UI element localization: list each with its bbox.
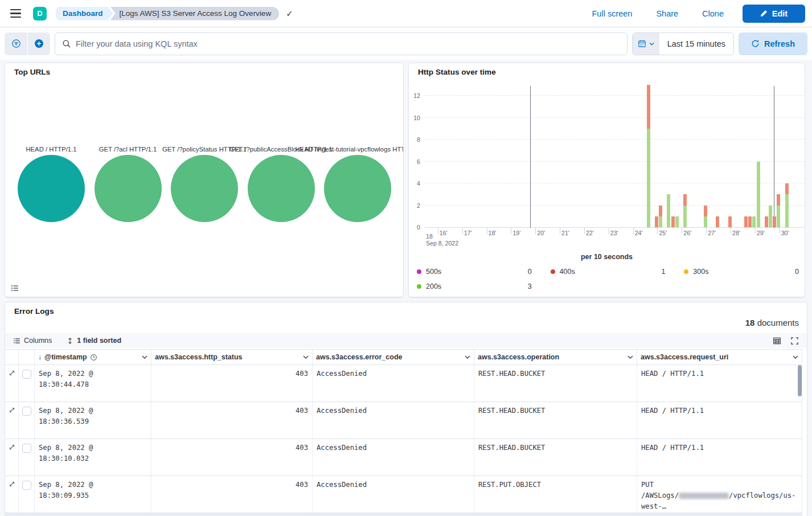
bar-400s[interactable] xyxy=(744,216,748,227)
date-picker: Last 15 minutes xyxy=(632,32,734,55)
expand-row-icon[interactable] xyxy=(9,370,15,376)
bar-400s[interactable] xyxy=(748,216,752,227)
legend-toggle-icon[interactable] xyxy=(11,284,19,292)
pie-slice[interactable] xyxy=(171,155,238,222)
bar-400s[interactable] xyxy=(655,216,658,227)
display-options-icon[interactable] xyxy=(773,337,781,345)
http-status-legend: 500s0400s1300s0200s3 xyxy=(417,264,799,294)
bar-200s[interactable] xyxy=(777,206,780,228)
x-axis-label: 26' xyxy=(683,230,691,236)
calendar-dropdown[interactable] xyxy=(633,33,659,55)
cell-operation[interactable]: REST.PUT.OBJECT xyxy=(474,476,637,513)
horizontal-scrollbar[interactable] xyxy=(5,513,802,516)
legend-item[interactable]: 300s0 xyxy=(684,264,799,279)
clone-button[interactable]: Clone xyxy=(702,9,724,18)
bar-400s[interactable] xyxy=(683,194,687,205)
breadcrumb-dashboard[interactable]: Dashboard xyxy=(56,7,113,21)
cell-operation[interactable]: REST.HEAD.BUCKET xyxy=(474,365,637,402)
bar-400s[interactable] xyxy=(704,206,707,216)
cell-request_uri[interactable]: PUT/AWSLogs//vpcflowlogs/us-west-… xyxy=(637,476,802,513)
refresh-button[interactable]: Refresh xyxy=(739,32,807,55)
cell-timestamp[interactable]: Sep 8, 2022 @ 18:30:09.935 xyxy=(35,476,151,513)
expand-row-icon[interactable] xyxy=(9,407,15,413)
vertical-scrollbar[interactable] xyxy=(798,365,802,396)
bar-200s[interactable] xyxy=(667,194,670,227)
legend-item[interactable]: 500s0 xyxy=(417,264,532,279)
expand-row-icon[interactable] xyxy=(9,481,15,488)
pie-slice[interactable] xyxy=(248,155,315,222)
legend-dot xyxy=(551,269,555,274)
bar-200s[interactable] xyxy=(785,194,789,227)
row-checkbox[interactable] xyxy=(22,444,31,453)
kql-search-input[interactable] xyxy=(76,39,620,48)
deployment-logo[interactable]: D xyxy=(33,7,47,21)
cell-request_uri[interactable]: HEAD / HTTP/1.1 xyxy=(637,365,802,402)
pie-slice[interactable] xyxy=(324,155,391,222)
pie-slice[interactable] xyxy=(95,155,162,222)
share-button[interactable]: Share xyxy=(656,9,678,18)
gridline xyxy=(425,161,805,162)
expand-row-icon[interactable] xyxy=(9,444,15,451)
row-checkbox[interactable] xyxy=(22,481,31,490)
cell-error_code[interactable]: AccessDenied xyxy=(313,476,474,513)
table-row: Sep 8, 2022 @ 18:30:09.935403AccessDenie… xyxy=(5,476,802,513)
bar-200s[interactable] xyxy=(752,216,756,227)
x-axis-tick xyxy=(755,228,756,234)
menu-icon[interactable] xyxy=(5,2,27,25)
cell-operation[interactable]: REST.HEAD.BUCKET xyxy=(474,439,637,476)
bar-400s[interactable] xyxy=(728,216,732,227)
y-axis-label: 2 xyxy=(417,202,420,209)
full-screen-button[interactable]: Full screen xyxy=(592,9,632,18)
bar-200s[interactable] xyxy=(757,162,760,228)
column-header-timestamp[interactable]: ↓@timestamp xyxy=(35,350,151,365)
legend-item[interactable]: 200s3 xyxy=(417,279,532,294)
bar-400s[interactable] xyxy=(647,85,650,129)
cell-error_code[interactable]: AccessDenied xyxy=(313,402,474,439)
bar-200s[interactable] xyxy=(659,216,662,227)
column-header-operation[interactable]: aws.s3access.operation xyxy=(474,350,637,365)
row-checkbox[interactable] xyxy=(22,370,31,379)
column-header-request_uri[interactable]: aws.s3access.request_uri xyxy=(637,350,802,365)
bar-400s[interactable] xyxy=(773,216,776,227)
legend-item[interactable]: 400s1 xyxy=(551,264,666,279)
cell-http_status[interactable]: 403 xyxy=(151,402,313,439)
filter-buttons-group xyxy=(5,32,50,55)
expand-cell xyxy=(5,365,19,402)
cell-request_uri[interactable]: HEAD / HTTP/1.1 xyxy=(637,439,802,476)
column-header-http_status[interactable]: aws.s3access.http_status xyxy=(151,350,313,365)
bar-400s[interactable] xyxy=(671,216,675,227)
sort-icon xyxy=(67,337,73,345)
sort-fields-button[interactable]: 1 field sorted xyxy=(67,337,121,345)
cell-timestamp[interactable]: Sep 8, 2022 @ 18:30:44.478 xyxy=(35,365,151,402)
cell-timestamp[interactable]: Sep 8, 2022 @ 18:30:10.032 xyxy=(35,439,151,476)
bar-200s[interactable] xyxy=(683,206,687,228)
add-filter-icon[interactable] xyxy=(27,32,50,55)
cell-operation[interactable]: REST.HEAD.BUCKET xyxy=(474,402,637,439)
bar-200s[interactable] xyxy=(704,216,707,227)
cell-http_status[interactable]: 403 xyxy=(151,439,313,476)
bar-200s[interactable] xyxy=(675,216,679,227)
column-header-error_code[interactable]: aws.s3access.error_code xyxy=(313,350,474,365)
row-checkbox[interactable] xyxy=(22,407,31,416)
bar-200s[interactable] xyxy=(647,129,650,227)
bar-400s[interactable] xyxy=(716,216,719,227)
legend-value: 3 xyxy=(528,282,532,290)
bar-400s[interactable] xyxy=(777,194,780,205)
bar-400s[interactable] xyxy=(765,216,768,227)
time-range-button[interactable]: Last 15 minutes xyxy=(659,39,733,48)
cell-http_status[interactable]: 403 xyxy=(151,476,313,513)
cell-error_code[interactable]: AccessDenied xyxy=(313,365,474,402)
columns-button[interactable]: Columns xyxy=(13,337,52,345)
pie-slice[interactable] xyxy=(18,155,85,222)
bar-200s[interactable] xyxy=(769,206,772,228)
bar-400s[interactable] xyxy=(659,206,662,216)
fullscreen-icon[interactable] xyxy=(790,337,799,345)
cell-request_uri[interactable]: HEAD / HTTP/1.1 xyxy=(637,402,802,439)
saved-queries-icon[interactable] xyxy=(5,32,27,55)
cell-timestamp[interactable]: Sep 8, 2022 @ 18:30:36.539 xyxy=(35,402,151,439)
cell-error_code[interactable]: AccessDenied xyxy=(313,439,474,476)
edit-button[interactable]: Edit xyxy=(743,5,805,23)
bar-400s[interactable] xyxy=(785,183,789,194)
panel-title: Http Status over time xyxy=(418,68,496,76)
cell-http_status[interactable]: 403 xyxy=(151,365,313,402)
